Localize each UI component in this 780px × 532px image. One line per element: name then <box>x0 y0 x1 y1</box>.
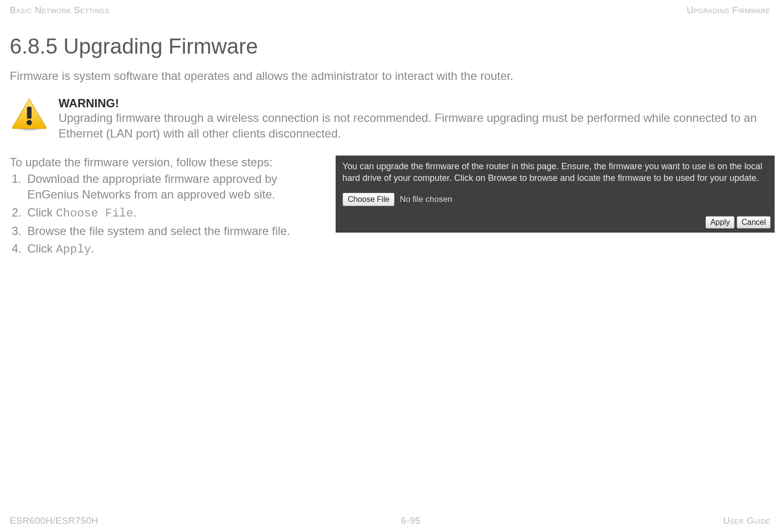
cancel-button[interactable]: Cancel <box>737 216 771 229</box>
footer-left: ESR600H/ESR750H <box>10 515 99 526</box>
steps-intro: To update the firmware version, follow t… <box>10 156 322 169</box>
header-left: Basic Network Settings <box>10 5 109 16</box>
warning-label: WARNING! <box>59 97 770 110</box>
footer-right: User Guide <box>723 515 770 526</box>
warning-block: WARNING! Upgrading firmware through a wi… <box>10 97 770 142</box>
steps-column: To update the firmware version, follow t… <box>10 156 322 260</box>
step-text: Click <box>27 206 56 219</box>
screenshot-column: You can upgrade the firmware of the rout… <box>336 156 775 233</box>
panel-action-buttons: Apply Cancel <box>705 216 771 229</box>
panel-description: You can upgrade the firmware of the rout… <box>342 160 768 184</box>
footer-page-number: 6-95 <box>401 515 420 526</box>
no-file-chosen-text: No file chosen <box>400 194 452 205</box>
page-footer: ESR600H/ESR750H 6-95 User Guide <box>10 515 770 526</box>
page-title: 6.8.5 Upgrading Firmware <box>10 34 770 59</box>
file-upload-row: Choose File No file chosen <box>342 193 768 206</box>
svg-rect-1 <box>27 107 31 119</box>
main-content-row: To update the firmware version, follow t… <box>10 156 770 260</box>
firmware-upgrade-panel: You can upgrade the firmware of the rout… <box>336 156 775 233</box>
step-text: Download the appropriate firmware approv… <box>27 172 277 201</box>
steps-list: Download the appropriate firmware approv… <box>10 171 322 258</box>
step-text: Click <box>27 242 56 255</box>
list-item: Download the appropriate firmware approv… <box>12 171 322 203</box>
intro-paragraph: Firmware is system software that operate… <box>10 69 770 83</box>
warning-content: WARNING! Upgrading firmware through a wi… <box>59 97 770 142</box>
apply-button[interactable]: Apply <box>705 216 735 229</box>
header-right: Upgrading Firmware <box>687 5 770 16</box>
step-text: Browse the file system and select the fi… <box>27 224 290 237</box>
svg-point-2 <box>27 120 32 125</box>
step-mono: Choose File <box>56 207 133 220</box>
list-item: Click Choose File. <box>12 205 322 221</box>
warning-text: Upgrading firmware through a wireless co… <box>59 110 770 142</box>
step-text: . <box>133 206 137 219</box>
list-item: Browse the file system and select the fi… <box>12 223 322 239</box>
choose-file-button[interactable]: Choose File <box>342 193 395 206</box>
step-mono: Apply <box>56 243 91 256</box>
warning-icon <box>10 97 49 134</box>
step-text: . <box>91 242 95 255</box>
page-header: Basic Network Settings Upgrading Firmwar… <box>10 0 770 16</box>
list-item: Click Apply. <box>12 241 322 257</box>
